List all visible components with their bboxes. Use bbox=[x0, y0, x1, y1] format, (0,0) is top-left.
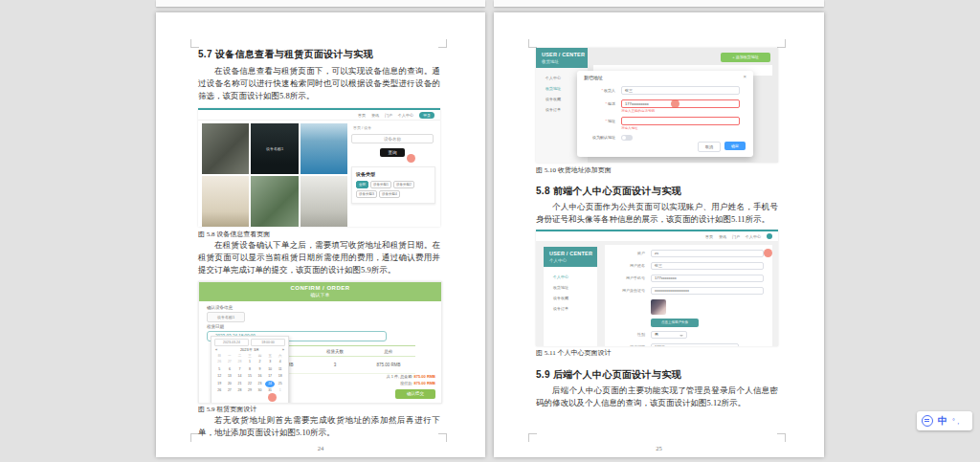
calendar-day-cell: 21 bbox=[234, 381, 245, 388]
calendar-day-cell: 5 bbox=[214, 366, 225, 374]
fig59-device-label: 确认设备信息 bbox=[207, 305, 233, 310]
fig59-date-label: 租赁日期 bbox=[207, 324, 224, 329]
calendar-day-cell: 22 bbox=[245, 381, 256, 388]
fig511-sidebar-title: USER / CENTER bbox=[549, 251, 597, 256]
fig511-email-input: 123@qq.com bbox=[651, 343, 739, 346]
fig511-avatar-photo bbox=[651, 299, 666, 315]
fig510-add-address-button: + 添加收货地址 bbox=[721, 53, 770, 62]
fig58-navbar: 首页 资讯 门户 个人中心 登录 bbox=[198, 110, 440, 121]
fig511-sidebar-items: 个人中心 收货地址 设备收藏 设备订单 bbox=[544, 267, 597, 314]
fig511-phone-input: 177xxxxxxxx bbox=[651, 275, 764, 282]
fig58-breadcrumb: 首页 / 设备 bbox=[353, 125, 437, 130]
calendar-day-cell: 3 bbox=[265, 359, 276, 366]
fig59-payable-amount: 875.00 RMB bbox=[414, 381, 435, 385]
fig58-photo-grid: 设备名称1 bbox=[202, 123, 347, 227]
fig510-address-input bbox=[621, 117, 740, 125]
calendar-day-cell: 26 bbox=[214, 359, 225, 366]
fig58-filter-chips: 全部设备类型1设备类型2设备类型3设备类型4 bbox=[356, 181, 431, 198]
fig511-upload-avatar-button: 点击上传用户头像 bbox=[651, 319, 699, 327]
fig58-search-button: 查询 bbox=[380, 148, 405, 157]
previous-page-edge-left bbox=[156, 0, 485, 7]
fig510-sidebar-title: USER / CENTER bbox=[542, 52, 588, 57]
fig510-sidebar-subtitle: 收货地址 bbox=[542, 59, 588, 64]
calendar-day-cell: 12 bbox=[214, 373, 225, 381]
ime-punctuation-toggle[interactable]: °， bbox=[952, 418, 962, 425]
figure-caption: 图 5.11 个人中心页面设计 bbox=[536, 348, 778, 358]
document-page-25: USER / CENTER 收货地址 个人中心 收货地址 设备收藏 设备订单 +… bbox=[494, 12, 824, 457]
fig511-account-input: zs bbox=[651, 250, 764, 257]
fig511-nav-link: 个人中心 bbox=[746, 234, 761, 239]
fig59-header-subtitle: 确认下单 bbox=[199, 292, 441, 297]
fig511-sidebar-subtitle: 个人中心 bbox=[549, 258, 597, 263]
calendar-day-cell: 6 bbox=[225, 366, 235, 374]
calendar-day-cell: 1 bbox=[275, 387, 285, 395]
fig58-nav-link: 首页 bbox=[358, 113, 366, 118]
figure-5-9-rental-page: CONFIRM / ORDER 确认下单 确认设备信息 设备名称1 租赁日期 2… bbox=[198, 281, 442, 404]
fig510-address-error: 请输入地址 bbox=[621, 126, 638, 130]
fig511-sidebar-header: USER / CENTER 个人中心 bbox=[544, 247, 597, 267]
fig510-default-toggle bbox=[621, 135, 633, 141]
fig58-filter-chip: 设备类型2 bbox=[393, 181, 414, 188]
fig511-sidebar-item-active: 个人中心 bbox=[544, 272, 597, 282]
equipment-photo bbox=[202, 176, 249, 227]
calendar-day-cell: 18 bbox=[275, 373, 285, 381]
paragraph: 后端个人中心页面的主要功能实现了管理员登录后个人信息密码的修改以及个人信息的查询… bbox=[536, 385, 778, 409]
calendar-day-cell: 4 bbox=[275, 359, 285, 366]
paragraph: 在租赁设备确认下单之后，需要填写收货地址和租赁日期。在租赁页面可以显示当前租赁日… bbox=[198, 239, 440, 276]
fig59-calendar-nav: « 2023年 3月 » bbox=[212, 346, 288, 353]
ime-logo-icon[interactable] bbox=[922, 415, 933, 427]
cursor-indicator bbox=[764, 249, 772, 257]
fig510-address-row: *地址 bbox=[577, 117, 753, 126]
fig58-login-button: 登录 bbox=[419, 112, 434, 119]
fig510-ok-button: 确定 bbox=[724, 142, 746, 150]
equipment-photo bbox=[202, 123, 249, 174]
fig58-nav-link: 个人中心 bbox=[398, 113, 413, 118]
fig58-filter-title: 设备类型 bbox=[356, 171, 431, 177]
calendar-day-cell: 7 bbox=[234, 366, 245, 374]
margin-mark bbox=[777, 39, 786, 48]
figure-5-10-address-page: USER / CENTER 收货地址 个人中心 收货地址 设备收藏 设备订单 +… bbox=[536, 48, 778, 163]
fig511-sidebar-item: 设备订单 bbox=[544, 303, 597, 314]
equipment-photo bbox=[251, 176, 298, 227]
fig510-receiver-row: *收货人 张三 bbox=[577, 86, 753, 96]
fig511-gender-select: 男 bbox=[651, 331, 687, 339]
fig511-email-label: 用户邮箱 bbox=[605, 343, 645, 346]
fig59-datepicker-date-field: 2023-03-24 bbox=[214, 339, 249, 346]
fig59-date-picker: 2023-03-24 18:00:00 « 2023年 3月 » 日一二三四五六… bbox=[211, 336, 289, 404]
calendar-day-cell: 10 bbox=[265, 366, 276, 374]
calendar-day-cell: 26 bbox=[214, 387, 225, 395]
fig59-datepicker-inputs: 2023-03-24 18:00:00 bbox=[212, 337, 288, 346]
ime-language-toggle[interactable]: 中 bbox=[938, 416, 947, 426]
fig511-nav-avatar bbox=[767, 233, 772, 239]
ime-status-bar[interactable]: 中 °， bbox=[917, 411, 972, 430]
calendar-day-cell: 2 bbox=[255, 359, 265, 366]
margin-mark bbox=[190, 39, 199, 48]
calendar-day-cell: 11 bbox=[275, 366, 285, 374]
fig59-calendar-month: 2023年 3月 bbox=[240, 347, 259, 352]
fig510-phone-input: 177xxxxxxxxx bbox=[621, 99, 740, 108]
fig59-summary-label: 共 1 件, 总金额: bbox=[387, 374, 413, 379]
margin-mark bbox=[777, 433, 786, 442]
calendar-day-cell: 1 bbox=[245, 359, 256, 366]
fig510-address-label: 地址 bbox=[608, 119, 615, 123]
calendar-day-cell: 14 bbox=[234, 373, 245, 381]
fig511-id-input: xxxxxxxxxxxxxxxxxx bbox=[651, 287, 764, 295]
document-page-24: 5.7 设备信息查看与租赁页面设计与实现 在设备信息查看与租赁页面下，可以实现设… bbox=[156, 12, 485, 457]
figure-5-8-equipment-page: 首页 资讯 门户 个人中心 登录 设备名称1 首页 / 设备 设备名称 查询 设… bbox=[198, 108, 440, 227]
paragraph: 若无收货地址则首先需要完成收货地址的添加然后再进行下单，地址添加页面设计如图5.… bbox=[198, 414, 440, 439]
fig58-filter-chip: 设备类型3 bbox=[356, 190, 377, 198]
calendar-day-cell: 24 bbox=[265, 381, 276, 388]
fig511-nav-link: 资讯 bbox=[719, 234, 726, 239]
calendar-days: 2627281234567891011121314151617181920212… bbox=[212, 359, 288, 395]
fig511-profile-form: 账户 zs 用户姓名 张三 用户手机号 177xxxxxxxx 用户身份证号 x… bbox=[605, 245, 772, 346]
fig58-search-input: 设备名称 bbox=[351, 134, 434, 143]
calendar-day-cell: 20 bbox=[225, 381, 235, 388]
fig59-summary-amount: 875.00 RMB bbox=[414, 374, 435, 379]
calendar-day-cell: 8 bbox=[245, 366, 256, 374]
calendar-day-cell: 23 bbox=[255, 381, 265, 388]
fig511-sidebar-item: 收货地址 bbox=[544, 282, 597, 293]
fig510-receiver-label: 收货人 bbox=[604, 88, 615, 93]
fig59-datepicker-time-field: 18:00:00 bbox=[251, 339, 285, 346]
fig58-nav-link: 门户 bbox=[385, 113, 392, 118]
margin-mark bbox=[438, 39, 447, 48]
